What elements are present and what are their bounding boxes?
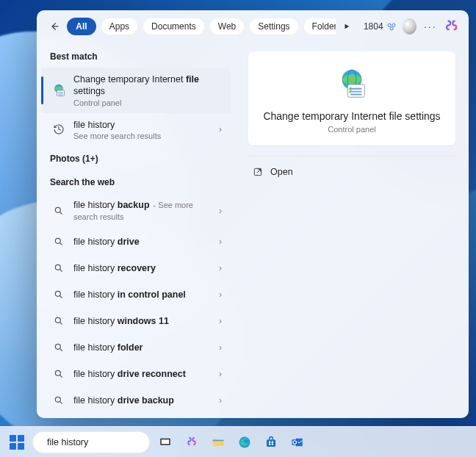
search-icon bbox=[54, 289, 64, 300]
svg-rect-22 bbox=[269, 441, 270, 442]
results-list: Best match Change temporary Internet fil… bbox=[37, 41, 235, 418]
history-icon bbox=[53, 123, 65, 135]
result-title: file history recovery bbox=[73, 262, 212, 274]
svg-point-0 bbox=[388, 24, 391, 26]
taskbar-search-input[interactable] bbox=[47, 437, 162, 447]
svg-point-2 bbox=[390, 27, 393, 30]
svg-point-1 bbox=[392, 24, 394, 26]
taskbar-outlook[interactable] bbox=[286, 431, 309, 453]
svg-point-9 bbox=[55, 318, 60, 323]
chevron-right-icon: › bbox=[219, 263, 222, 273]
chevron-right-icon: › bbox=[219, 206, 222, 216]
search-icon bbox=[54, 369, 64, 379]
web-result[interactable]: file history drive › bbox=[41, 228, 231, 255]
open-icon bbox=[253, 167, 263, 177]
search-icon bbox=[54, 395, 64, 406]
search-icon bbox=[54, 316, 64, 326]
result-title: file history backup - See more search re… bbox=[73, 199, 212, 223]
web-result[interactable]: file history in control panel › bbox=[41, 281, 231, 308]
taskbar-search[interactable] bbox=[32, 431, 150, 453]
web-result[interactable]: file history backup - See more search re… bbox=[41, 193, 231, 229]
taskbar-copilot[interactable] bbox=[181, 431, 203, 453]
taskbar bbox=[0, 426, 476, 457]
svg-rect-21 bbox=[267, 439, 275, 447]
svg-point-6 bbox=[55, 239, 60, 244]
search-icon bbox=[54, 237, 64, 247]
search-panel: All Apps Documents Web Settings Folders … bbox=[37, 10, 469, 418]
outlook-icon bbox=[291, 436, 304, 449]
action-open-label: Open bbox=[270, 167, 293, 177]
result-title: Change temporary Internet file settings bbox=[73, 73, 222, 98]
svg-point-5 bbox=[55, 207, 60, 212]
details-subtitle: Control panel bbox=[328, 125, 375, 134]
search-icon bbox=[54, 263, 64, 273]
tab-web[interactable]: Web bbox=[209, 18, 245, 35]
rewards-points[interactable]: 1804 bbox=[364, 21, 397, 32]
section-photos[interactable]: Photos (1+) bbox=[37, 146, 235, 170]
chevron-right-icon: › bbox=[219, 316, 222, 326]
result-title: file history windows 11 bbox=[73, 315, 212, 327]
svg-point-12 bbox=[55, 397, 60, 403]
result-best-match[interactable]: Change temporary Internet file settings … bbox=[41, 68, 231, 113]
task-view-icon bbox=[159, 436, 172, 449]
taskbar-task-view[interactable] bbox=[154, 431, 176, 453]
tab-settings[interactable]: Settings bbox=[249, 18, 298, 35]
taskbar-edge[interactable] bbox=[234, 431, 256, 453]
copilot-icon[interactable] bbox=[444, 18, 458, 35]
svg-rect-24 bbox=[269, 443, 270, 445]
chevron-right-icon: › bbox=[219, 342, 222, 353]
section-best-match: Best match bbox=[37, 44, 235, 68]
chevron-right-icon: › bbox=[219, 124, 222, 134]
search-icon bbox=[54, 206, 64, 216]
web-result[interactable]: file history folder › bbox=[41, 334, 231, 361]
web-result[interactable]: file history drive backup › bbox=[41, 387, 231, 414]
result-title: file history bbox=[73, 119, 212, 131]
svg-rect-19 bbox=[162, 439, 170, 444]
action-open[interactable]: Open bbox=[248, 161, 455, 183]
tab-apps[interactable]: Apps bbox=[101, 18, 138, 35]
points-value: 1804 bbox=[364, 21, 383, 32]
details-card: Change temporary Internet file settings … bbox=[248, 51, 455, 145]
result-title: file history folder bbox=[73, 342, 212, 353]
tab-all[interactable]: All bbox=[67, 18, 95, 35]
more-options-button[interactable]: ··· bbox=[422, 21, 439, 32]
internet-options-large-icon bbox=[335, 68, 369, 101]
taskbar-explorer[interactable] bbox=[207, 431, 229, 453]
start-button[interactable] bbox=[6, 431, 28, 453]
result-title: file history drive backup bbox=[73, 395, 212, 406]
result-file-history[interactable]: file history See more search results › bbox=[41, 113, 231, 146]
tab-folders[interactable]: Folders bbox=[303, 18, 336, 35]
taskbar-store[interactable] bbox=[260, 431, 282, 453]
search-topbar: All Apps Documents Web Settings Folders … bbox=[37, 10, 469, 41]
back-button[interactable] bbox=[47, 18, 61, 35]
play-icon bbox=[343, 23, 350, 30]
result-title: file history drive bbox=[73, 236, 212, 248]
rewards-icon bbox=[386, 21, 397, 32]
folder-icon bbox=[211, 435, 226, 450]
result-subtitle: See more search results bbox=[73, 132, 212, 140]
chevron-right-icon: › bbox=[219, 237, 222, 247]
tab-documents[interactable]: Documents bbox=[143, 18, 205, 35]
web-result[interactable]: file history drive reconnect › bbox=[41, 361, 231, 387]
result-subtitle: Control panel bbox=[73, 98, 222, 107]
details-pane: Change temporary Internet file settings … bbox=[235, 41, 469, 418]
filter-tabs: All Apps Documents Web Settings Folders … bbox=[67, 18, 335, 35]
copilot-icon bbox=[185, 436, 198, 449]
account-avatar[interactable] bbox=[403, 18, 416, 35]
arrow-left-icon bbox=[49, 21, 60, 32]
chevron-right-icon: › bbox=[219, 395, 222, 406]
store-icon bbox=[264, 436, 278, 449]
divider bbox=[248, 156, 455, 156]
svg-point-11 bbox=[55, 371, 60, 376]
web-result[interactable]: file history windows 11 › bbox=[41, 308, 231, 334]
web-result[interactable]: file history recovery › bbox=[41, 255, 231, 281]
svg-point-7 bbox=[55, 265, 60, 270]
svg-point-8 bbox=[55, 292, 60, 297]
details-title: Change temporary Internet file settings bbox=[263, 110, 440, 122]
scroll-tabs-button[interactable] bbox=[342, 23, 352, 30]
search-icon bbox=[54, 342, 64, 353]
svg-point-10 bbox=[55, 345, 60, 350]
edge-icon bbox=[238, 436, 251, 449]
result-title: file history drive reconnect bbox=[73, 368, 212, 380]
chevron-right-icon: › bbox=[219, 289, 222, 300]
